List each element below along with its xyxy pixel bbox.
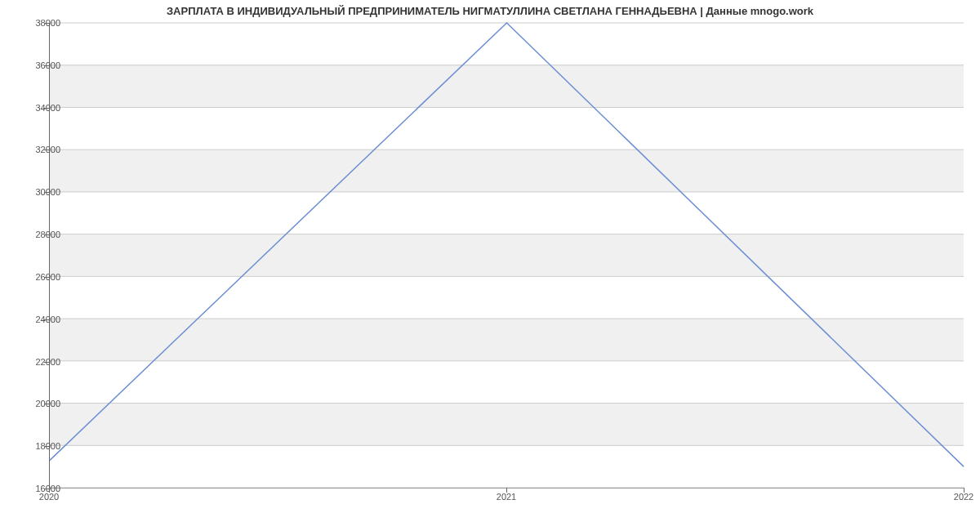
svg-rect-1 — [50, 319, 964, 361]
y-tick-label: 26000 — [20, 272, 60, 282]
y-tick — [44, 277, 49, 278]
svg-rect-4 — [50, 65, 964, 108]
svg-rect-0 — [50, 404, 964, 446]
x-tick — [964, 488, 964, 493]
y-tick — [44, 446, 49, 447]
y-tick-label: 32000 — [20, 145, 60, 154]
y-tick — [44, 149, 49, 150]
y-tick — [44, 319, 49, 320]
y-tick — [44, 108, 49, 109]
y-tick-label: 28000 — [20, 230, 60, 239]
x-tick — [49, 488, 50, 493]
y-tick-label: 22000 — [20, 357, 60, 367]
y-tick-label: 36000 — [20, 60, 60, 70]
y-tick — [44, 192, 49, 193]
plot-area — [49, 23, 964, 489]
x-tick — [506, 488, 507, 493]
y-tick-label: 38000 — [20, 18, 60, 28]
chart-title: ЗАРПЛАТА В ИНДИВИДУАЛЬНЫЙ ПРЕДПРИНИМАТЕЛ… — [0, 5, 980, 17]
y-tick — [44, 362, 49, 363]
line-layer — [50, 23, 964, 488]
y-tick — [44, 23, 49, 24]
chart-container: ЗАРПЛАТА В ИНДИВИДУАЛЬНЫЙ ПРЕДПРИНИМАТЕЛ… — [0, 0, 980, 531]
y-tick — [44, 404, 49, 404]
svg-rect-2 — [50, 234, 964, 277]
svg-rect-3 — [50, 149, 964, 192]
x-tick-label: 2020 — [39, 492, 59, 502]
x-tick-label: 2022 — [954, 492, 973, 502]
y-tick-label: 34000 — [20, 103, 60, 113]
x-tick-label: 2021 — [497, 492, 516, 502]
y-tick — [44, 65, 49, 66]
y-tick-label: 30000 — [20, 187, 60, 197]
y-tick — [44, 234, 49, 235]
y-tick-label: 18000 — [20, 441, 60, 451]
y-tick-label: 20000 — [20, 399, 60, 408]
y-tick-label: 24000 — [20, 315, 60, 324]
